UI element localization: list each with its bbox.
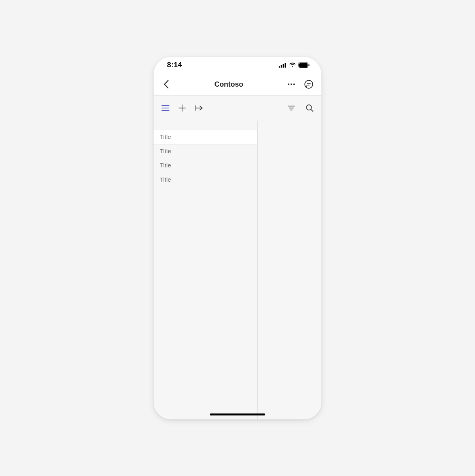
svg-rect-1	[281, 65, 282, 68]
export-arrow-icon	[194, 105, 203, 111]
header-bar: Contoso	[154, 74, 321, 96]
list-item[interactable]: Title	[154, 130, 257, 144]
more-button[interactable]	[284, 77, 298, 91]
list-item[interactable]: Title	[154, 158, 257, 173]
wifi-icon	[289, 63, 296, 68]
detail-pane	[258, 121, 321, 419]
list-icon	[162, 105, 169, 111]
svg-point-9	[293, 83, 295, 85]
more-horizontal-icon	[287, 83, 295, 85]
svg-point-7	[288, 83, 289, 85]
chat-bubble-icon	[304, 80, 314, 89]
svg-rect-5	[299, 63, 308, 67]
plus-icon	[179, 104, 186, 112]
search-icon	[306, 104, 314, 112]
list-item[interactable]: Title	[154, 173, 257, 187]
cellular-icon	[279, 63, 287, 68]
list-view-button[interactable]	[159, 102, 172, 114]
chat-button[interactable]	[302, 77, 316, 91]
list-item-label: Title	[160, 176, 171, 183]
move-button[interactable]	[192, 102, 205, 114]
svg-line-24	[311, 110, 313, 112]
status-time: 8:14	[167, 61, 182, 69]
page-title: Contoso	[215, 80, 243, 89]
filter-button[interactable]	[285, 102, 298, 114]
add-button[interactable]	[176, 102, 188, 114]
chevron-left-icon	[163, 80, 169, 89]
svg-rect-6	[309, 64, 310, 66]
list-item[interactable]: Title	[154, 144, 257, 158]
content-area: Title Title Title Title	[154, 121, 321, 419]
list-pane: Title Title Title Title	[154, 121, 258, 419]
back-button[interactable]	[159, 77, 173, 91]
home-indicator[interactable]	[210, 413, 265, 415]
toolbar	[154, 96, 321, 121]
search-button[interactable]	[303, 102, 316, 114]
phone-frame: 8:14	[154, 57, 321, 419]
svg-point-8	[291, 83, 292, 85]
list-item-label: Title	[160, 133, 171, 140]
svg-rect-3	[285, 63, 286, 68]
filter-icon	[288, 105, 295, 111]
battery-icon	[298, 63, 310, 68]
svg-rect-2	[283, 64, 284, 68]
status-bar: 8:14	[154, 57, 321, 74]
list-item-label: Title	[160, 148, 171, 154]
svg-rect-0	[279, 66, 280, 68]
canvas: 8:14	[0, 0, 475, 476]
list-item-label: Title	[160, 162, 171, 169]
